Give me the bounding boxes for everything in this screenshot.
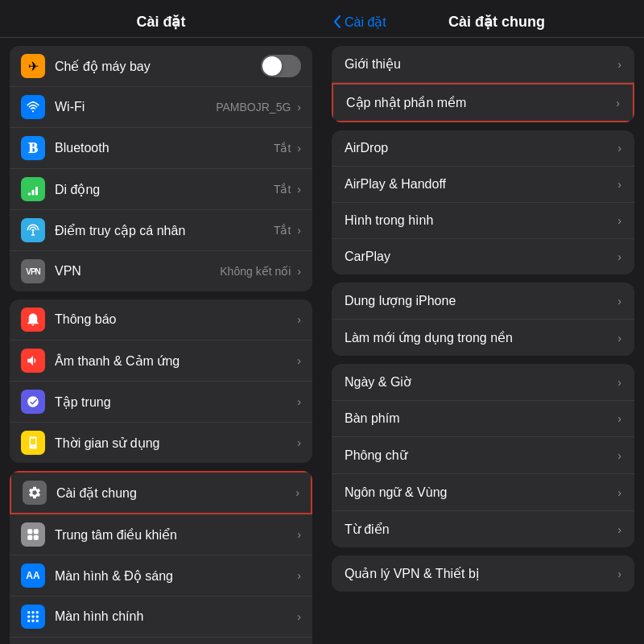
sound-content: Âm thanh & Cảm ứng › [55, 353, 301, 369]
airplay-row[interactable]: AirPlay & Handoff › [332, 167, 634, 203]
mobile-label: Di động [55, 182, 100, 197]
about-row[interactable]: Giới thiệu › [332, 46, 634, 83]
network-group: ✈ Chế độ máy bay [10, 46, 312, 291]
mobile-icon [21, 177, 45, 201]
vpn-row[interactable]: VPN VPN Không kết nối › [10, 251, 312, 291]
airplane-toggle[interactable] [261, 55, 301, 77]
focus-chevron: › [297, 395, 301, 408]
notif-label: Thông báo [55, 312, 117, 327]
svg-rect-15 [32, 616, 35, 618]
airplane-row[interactable]: ✈ Chế độ máy bay [10, 46, 312, 87]
focus-label: Tập trung [55, 394, 111, 410]
carplay-label: CarPlay [345, 250, 390, 264]
svg-rect-8 [34, 529, 39, 534]
datetime-row[interactable]: Ngày & Giờ › [332, 364, 634, 401]
back-button[interactable]: Cài đặt [333, 14, 386, 30]
svg-rect-16 [36, 616, 39, 618]
mobile-row[interactable]: Di động Tắt › [10, 169, 312, 210]
display-icon: AA [21, 564, 45, 588]
svg-rect-9 [27, 535, 32, 540]
bgrefresh-chevron: › [617, 332, 621, 345]
about-label: Giới thiệu [345, 56, 401, 72]
pip-chevron: › [617, 214, 621, 227]
airdrop-chevron: › [617, 142, 621, 155]
notif-icon [21, 308, 45, 332]
language-row[interactable]: Ngôn ngữ & Vùng › [332, 474, 634, 511]
hotspot-value: Tắt [274, 224, 291, 237]
storage-label: Dung lượng iPhone [345, 293, 456, 308]
dictionary-chevron: › [617, 523, 621, 536]
storage-row[interactable]: Dung lượng iPhone › [332, 283, 634, 320]
svg-rect-1 [28, 193, 31, 196]
general-settings-icon [23, 481, 47, 505]
sound-row[interactable]: Âm thanh & Cảm ứng › [10, 341, 312, 382]
software-update-chevron: › [616, 97, 620, 109]
right-title: Cài đặt chung [393, 13, 601, 31]
software-update-label: Cập nhật phần mềm [346, 95, 466, 110]
carplay-chevron: › [617, 250, 621, 263]
pip-label: Hình trong hình [345, 213, 433, 228]
vpndevice-row[interactable]: Quản lý VPN & Thiết bị › [332, 555, 634, 592]
svg-rect-14 [27, 616, 30, 618]
datetime-label: Ngày & Giờ [345, 374, 411, 390]
software-update-row[interactable]: Cập nhật phần mềm › [332, 83, 634, 122]
accessibility-row[interactable]: Trợ năng › [10, 638, 312, 644]
right-settings-list: Giới thiệu › Cập nhật phần mềm › AirDrop… [322, 38, 644, 644]
homescreen-label: Màn hình chính [55, 609, 143, 624]
display-row[interactable]: AA Màn hình & Độ sáng › [10, 555, 312, 597]
controlcenter-row[interactable]: Trung tâm điều khiển › [10, 514, 312, 555]
homescreen-content: Màn hình chính › [55, 609, 301, 624]
right-connectivity-group: AirDrop › AirPlay & Handoff › Hình trong… [332, 130, 634, 275]
notif-row[interactable]: Thông báo › [10, 299, 312, 341]
pip-row[interactable]: Hình trong hình › [332, 203, 634, 239]
datetime-chevron: › [617, 376, 621, 389]
general-settings-chevron: › [295, 486, 299, 499]
carplay-row[interactable]: CarPlay › [332, 239, 634, 275]
keyboard-row[interactable]: Bàn phím › [332, 401, 634, 437]
screentime-chevron: › [297, 436, 301, 449]
sound-icon [21, 349, 45, 373]
vpn-chevron: › [297, 265, 301, 278]
hotspot-row[interactable]: Điểm truy cập cá nhân Tắt › [10, 210, 312, 251]
notif-group: Thông báo › Âm thanh & Cảm ứng › [10, 299, 312, 463]
wifi-chevron: › [297, 101, 301, 114]
fonts-label: Phông chữ [345, 448, 407, 463]
bluetooth-row[interactable]: 𝐁 Bluetooth Tắt › [10, 128, 312, 169]
svg-rect-12 [32, 611, 35, 613]
wifi-value: PAMBOJR_5G [216, 101, 291, 114]
svg-rect-2 [32, 190, 35, 196]
dictionary-row[interactable]: Từ điển › [332, 511, 634, 547]
right-storage-group: Dung lượng iPhone › Làm mới ứng dụng tro… [332, 283, 634, 356]
svg-rect-13 [36, 611, 39, 613]
right-top-group: Giới thiệu › Cập nhật phần mềm › [332, 46, 634, 122]
wifi-row[interactable]: Wi-Fi PAMBOJR_5G › [10, 87, 312, 128]
homescreen-row[interactable]: Màn hình chính › [10, 597, 312, 638]
general-settings-row[interactable]: Cài đặt chung › [10, 471, 312, 514]
svg-rect-18 [32, 620, 35, 622]
mobile-content: Di động Tắt › [55, 182, 301, 197]
focus-icon [21, 390, 45, 414]
notif-content: Thông báo › [55, 312, 301, 327]
bluetooth-chevron: › [297, 142, 301, 155]
hotspot-icon [21, 218, 45, 242]
vpndevice-chevron: › [617, 568, 621, 580]
fonts-row[interactable]: Phông chữ › [332, 437, 634, 474]
sound-label: Âm thanh & Cảm ứng [55, 353, 180, 369]
bgrefresh-row[interactable]: Làm mới ứng dụng trong nền › [332, 320, 634, 356]
screentime-row[interactable]: Thời gian sử dụng › [10, 423, 312, 463]
language-label: Ngôn ngữ & Vùng [345, 485, 447, 500]
right-header: Cài đặt Cài đặt chung [322, 0, 644, 38]
focus-row[interactable]: Tập trung › [10, 382, 312, 423]
vpndevice-label: Quản lý VPN & Thiết bị [345, 566, 479, 581]
storage-chevron: › [617, 295, 621, 308]
screentime-content: Thời gian sử dụng › [55, 436, 301, 451]
general-settings-content: Cài đặt chung › [56, 485, 299, 501]
hotspot-label: Điểm truy cập cá nhân [55, 223, 185, 238]
airplane-toggle-knob [262, 56, 282, 76]
airplay-label: AirPlay & Handoff [345, 177, 446, 192]
svg-rect-3 [35, 187, 38, 196]
svg-rect-7 [27, 529, 32, 534]
right-panel: Cài đặt Cài đặt chung Giới thiệu › Cập n… [322, 0, 644, 644]
airdrop-row[interactable]: AirDrop › [332, 130, 634, 167]
svg-point-0 [32, 110, 34, 112]
